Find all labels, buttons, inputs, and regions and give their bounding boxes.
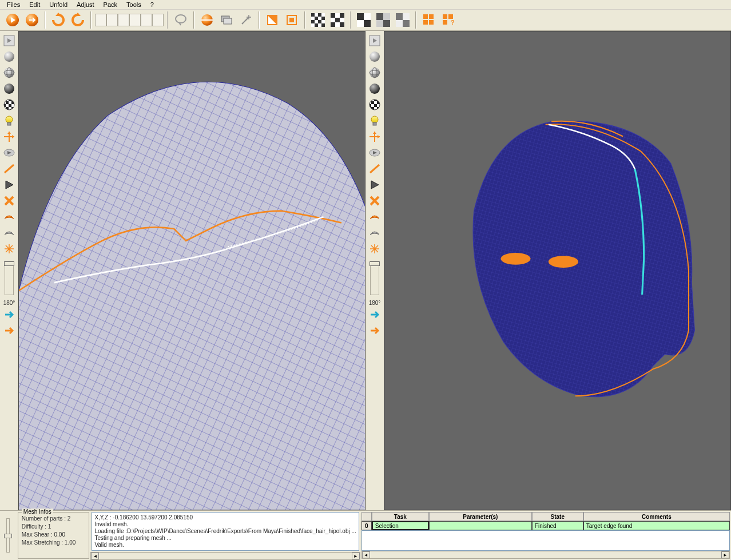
checker-big1-button[interactable]	[355, 11, 373, 29]
task-params	[429, 521, 532, 530]
task-body[interactable]	[361, 530, 730, 551]
checker-big2-button[interactable]	[374, 11, 392, 29]
globe-icon[interactable]	[367, 65, 382, 80]
sphere-cut-button[interactable]	[198, 11, 216, 29]
wand-button[interactable]	[237, 11, 255, 29]
play-grey-icon[interactable]	[2, 145, 17, 160]
expand-icon[interactable]	[2, 33, 17, 48]
task-header-comments[interactable]: Comments	[583, 512, 730, 521]
layer-boxes[interactable]	[95, 14, 164, 26]
right-viewport[interactable]	[384, 31, 731, 510]
brush-slider[interactable]	[5, 261, 14, 295]
svg-rect-12	[315, 17, 318, 20]
main-toolbar: ?	[0, 10, 731, 31]
play-dark-icon[interactable]	[367, 177, 382, 192]
log-panel[interactable]: X,Y,Z : -0.186200 13.597200 2.085150 Inv…	[92, 512, 359, 551]
svg-rect-33	[423, 14, 428, 19]
footer-slider[interactable]	[0, 511, 17, 560]
burst-icon[interactable]	[367, 241, 382, 256]
cyan-arrow-icon[interactable]	[2, 307, 17, 322]
svg-rect-16	[315, 23, 318, 27]
svg-rect-25	[357, 13, 364, 20]
log-line: Invalid mesh.	[94, 521, 356, 528]
svg-point-82	[500, 253, 530, 265]
menu-adjust[interactable]: Adjust	[72, 0, 99, 9]
x-icon[interactable]	[367, 193, 382, 208]
log-scrollbar[interactable]: ◄ ►	[90, 552, 360, 560]
unfold-right-button[interactable]	[3, 11, 22, 29]
shell-grey-icon[interactable]	[367, 225, 382, 240]
task-header-state[interactable]: State	[532, 512, 583, 521]
orange-arrow-icon[interactable]	[367, 323, 382, 338]
menu-edit[interactable]: Edit	[25, 0, 45, 9]
svg-rect-28	[376, 13, 383, 20]
expand-icon[interactable]	[367, 33, 382, 48]
separator	[90, 11, 92, 29]
cyan-arrow-icon[interactable]	[367, 307, 382, 322]
svg-rect-29	[383, 20, 390, 27]
task-header-index[interactable]	[361, 512, 372, 521]
checker-sphere-icon[interactable]	[2, 97, 17, 112]
dark-sphere-icon[interactable]	[367, 81, 382, 96]
shell-grey-icon[interactable]	[2, 225, 17, 240]
square-button[interactable]	[283, 11, 301, 29]
orange-arrow-icon[interactable]	[2, 323, 17, 338]
play-dark-icon[interactable]	[2, 177, 17, 192]
svg-rect-54	[9, 104, 11, 107]
axis-icon[interactable]	[2, 129, 17, 144]
sphere-icon[interactable]	[2, 49, 17, 64]
svg-rect-5	[224, 18, 232, 24]
mesh-info-line: Number of parts : 2	[22, 515, 86, 523]
task-row[interactable]: 0 Selection Finished Target edge found	[361, 521, 730, 530]
menu-pack[interactable]: Pack	[99, 0, 122, 9]
task-index: 0	[361, 521, 372, 530]
lasso-button[interactable]	[172, 11, 190, 29]
play-grey-icon[interactable]	[367, 145, 382, 160]
menu-tools[interactable]: Tools	[122, 0, 146, 9]
grid-help-button[interactable]: ?	[439, 11, 458, 29]
edge-icon[interactable]	[367, 161, 382, 176]
task-header: Task Parameter(s) State Comments	[361, 512, 730, 521]
rotate-left-button[interactable]	[49, 11, 67, 29]
menu-unfold[interactable]: Unfold	[45, 0, 72, 9]
main-area: 180°	[0, 31, 731, 510]
sphere-icon[interactable]	[367, 49, 382, 64]
rotate-right-button[interactable]	[69, 11, 87, 29]
axis-icon[interactable]	[367, 129, 382, 144]
left-viewport[interactable]	[18, 31, 366, 510]
burst-icon[interactable]	[2, 241, 17, 256]
menu-files[interactable]: Files	[2, 0, 25, 9]
grid-orange-button[interactable]	[420, 11, 438, 29]
half-button[interactable]	[263, 11, 281, 29]
shell-orange-icon[interactable]	[367, 209, 382, 224]
menu-help[interactable]: ?	[146, 0, 158, 9]
svg-rect-13	[321, 17, 325, 20]
task-scrollbar[interactable]: ◄ ►	[361, 551, 730, 559]
checker-b-button[interactable]	[328, 11, 347, 29]
footer: Mesh Infos Number of parts : 2 Difficult…	[0, 510, 731, 560]
unfold-button[interactable]	[23, 11, 41, 29]
checker-sphere-icon[interactable]	[367, 97, 382, 112]
log-line: Testing and preparing mesh ...	[94, 535, 356, 542]
globe-icon[interactable]	[2, 65, 17, 80]
stack-button[interactable]	[217, 11, 236, 29]
shell-orange-icon[interactable]	[2, 209, 17, 224]
mesh-infos-title: Mesh Infos	[22, 509, 53, 515]
log-line: Loading file :D:\Projects\WIP\Dance\Scen…	[94, 528, 356, 535]
dark-sphere-icon[interactable]	[2, 81, 17, 96]
light-icon[interactable]	[367, 113, 382, 128]
svg-rect-49	[3, 98, 6, 101]
task-header-task[interactable]: Task	[372, 512, 429, 521]
svg-rect-11	[318, 13, 321, 17]
svg-point-67	[370, 84, 380, 94]
x-icon[interactable]	[2, 193, 17, 208]
task-header-params[interactable]: Parameter(s)	[429, 512, 532, 521]
checker-a-button[interactable]	[309, 11, 327, 29]
svg-text:?: ?	[451, 19, 455, 26]
svg-point-58	[6, 116, 13, 123]
edge-icon[interactable]	[2, 161, 17, 176]
brush-slider[interactable]	[370, 261, 379, 295]
svg-rect-32	[403, 20, 410, 27]
checker-big3-button[interactable]	[394, 11, 412, 29]
light-icon[interactable]	[2, 113, 17, 128]
